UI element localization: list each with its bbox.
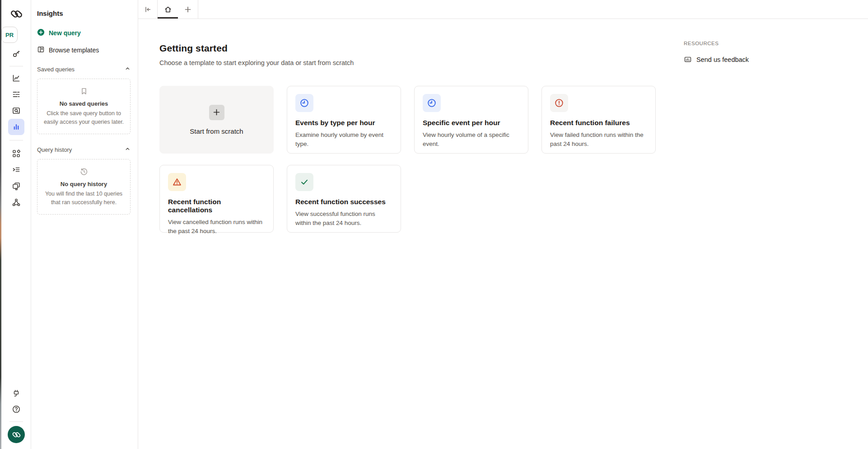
template-card[interactable]: Recent function cancellations View cance…	[159, 165, 274, 233]
template-card-description: View cancelled function runs within the …	[168, 218, 265, 235]
template-card-description: View successful function runs within the…	[295, 210, 392, 227]
plus-circle-icon	[37, 28, 45, 37]
rail-divider	[9, 421, 23, 422]
template-card-title: Recent function successes	[295, 198, 392, 206]
saved-queries-empty-state: No saved queries Click the save query bu…	[37, 79, 131, 134]
page-title: Getting started	[159, 43, 868, 54]
warning-triangle-icon	[168, 173, 186, 191]
template-grid: Start from scratch Events by type per ho…	[159, 86, 868, 233]
resources-panel: RESOURCES Send us feedback	[684, 41, 749, 64]
plus-icon	[209, 105, 224, 120]
template-card[interactable]: Events by type per hour Examine hourly v…	[287, 86, 401, 154]
saved-queries-header[interactable]: Saved queries	[37, 65, 131, 73]
empty-description: You will find the last 10 queries that r…	[42, 190, 126, 206]
template-card[interactable]: Recent function failures View failed fun…	[541, 86, 656, 154]
resources-header: RESOURCES	[684, 41, 749, 46]
alert-circle-icon	[550, 94, 568, 112]
app-window: PR	[0, 0, 868, 449]
start-from-scratch-card[interactable]: Start from scratch	[159, 86, 274, 154]
template-card[interactable]: Recent function successes View successfu…	[287, 165, 401, 233]
empty-title: No query history	[61, 181, 107, 187]
plus-icon	[184, 6, 191, 13]
insights-icon[interactable]	[8, 119, 24, 135]
insights-sidebar: Insights New query Browse templates Save…	[31, 0, 138, 449]
home-icon	[164, 5, 172, 14]
browse-templates-label: Browse templates	[49, 47, 99, 54]
user-avatar[interactable]	[8, 426, 25, 443]
bookmark-icon	[79, 87, 89, 96]
clock-icon	[295, 94, 313, 112]
api-keys-icon[interactable]	[8, 46, 24, 62]
rail-divider	[9, 66, 23, 66]
getting-started-section: Getting started Choose a template to sta…	[138, 19, 868, 449]
events-filter-icon[interactable]	[8, 86, 24, 103]
windows-icon[interactable]	[8, 178, 24, 194]
chevron-up-icon	[125, 146, 131, 153]
template-card-description: Examine hourly volume by event type.	[295, 131, 392, 148]
template-card-title: Recent function cancellations	[168, 198, 265, 214]
main-area: Getting started Choose a template to sta…	[138, 0, 868, 449]
template-card-title: Specific event per hour	[423, 119, 520, 127]
metrics-icon[interactable]	[8, 70, 24, 86]
chevron-up-icon	[125, 65, 131, 73]
template-card[interactable]: Specific event per hour View hourly volu…	[414, 86, 528, 154]
event-search-icon[interactable]	[8, 103, 24, 119]
project-badge[interactable]: PR	[1, 27, 18, 43]
tab-home[interactable]	[158, 0, 178, 19]
dev-server-plug-icon[interactable]	[8, 385, 24, 401]
inngest-logo-icon	[8, 6, 24, 22]
template-card-title: Recent function failures	[550, 119, 647, 127]
send-feedback-link[interactable]: Send us feedback	[684, 56, 749, 64]
collapse-sidebar-button[interactable]	[138, 0, 158, 19]
template-card-title: Events by type per hour	[295, 119, 392, 127]
saved-queries-label: Saved queries	[37, 66, 75, 73]
empty-title: No saved queries	[60, 100, 108, 107]
query-history-empty-state: No query history You will find the last …	[37, 159, 131, 215]
rail-divider	[9, 140, 23, 140]
tab-bar	[138, 0, 868, 19]
check-icon	[295, 173, 313, 191]
help-icon[interactable]	[8, 401, 24, 417]
history-clock-icon	[79, 167, 89, 176]
new-tab-button[interactable]	[178, 0, 198, 19]
new-query-button[interactable]: New query	[37, 28, 131, 38]
apps-icon[interactable]	[8, 145, 24, 162]
start-from-scratch-label: Start from scratch	[190, 127, 243, 135]
icon-rail: PR	[1, 0, 31, 449]
runs-list-icon[interactable]	[8, 162, 24, 178]
query-history-label: Query history	[37, 146, 72, 153]
webhook-icon[interactable]	[8, 194, 24, 210]
template-card-description: View failed function runs within the pas…	[550, 131, 647, 148]
browse-templates-button[interactable]: Browse templates	[37, 45, 131, 55]
sidebar-title: Insights	[37, 9, 131, 17]
send-feedback-label: Send us feedback	[696, 56, 749, 63]
empty-description: Click the save query button to easily ac…	[42, 109, 126, 126]
query-history-header[interactable]: Query history	[37, 146, 131, 153]
templates-icon	[37, 46, 45, 55]
new-query-label: New query	[49, 29, 81, 37]
feedback-icon	[684, 56, 692, 64]
page-subtitle: Choose a template to start exploring you…	[159, 59, 868, 66]
clock-icon	[423, 94, 441, 112]
template-card-description: View hourly volume of a specific event.	[423, 131, 520, 148]
